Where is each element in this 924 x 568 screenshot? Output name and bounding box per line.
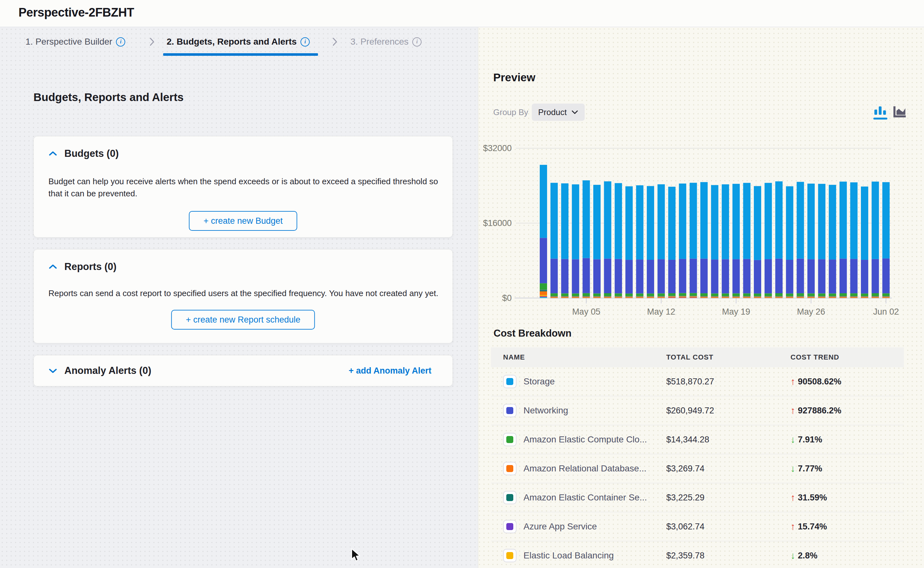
bar-segment[interactable] — [593, 296, 601, 296]
bar-segment[interactable] — [765, 259, 772, 293]
bar-segment[interactable] — [722, 293, 729, 296]
bar-segment[interactable] — [733, 184, 740, 259]
bar-segment[interactable] — [550, 183, 558, 259]
bar-segment[interactable] — [561, 296, 568, 296]
product-name[interactable]: Elastic Load Balancing — [523, 550, 613, 560]
bar-segment[interactable] — [582, 180, 590, 258]
bar-segment[interactable] — [818, 298, 826, 298]
tab-perspective-builder[interactable]: 1. Perspective Builder i — [26, 27, 125, 56]
bar-segment[interactable] — [722, 259, 729, 293]
bar-segment[interactable] — [711, 260, 719, 293]
bar-segment[interactable] — [700, 297, 708, 298]
bar-segment[interactable] — [786, 297, 793, 298]
bar-segment[interactable] — [636, 296, 643, 296]
bar-segment[interactable] — [733, 293, 740, 296]
bar-segment[interactable] — [582, 293, 590, 296]
bar-segment[interactable] — [615, 293, 622, 296]
bar-segment[interactable] — [679, 293, 686, 296]
cost-table-row[interactable]: Amazon Relational Database...$3,269.74↓7… — [491, 454, 904, 483]
bar-segment[interactable] — [561, 183, 568, 259]
create-report-schedule-button[interactable]: + create new Report schedule — [171, 310, 315, 329]
create-budget-button[interactable]: + create new Budget — [189, 211, 297, 231]
product-name[interactable]: Amazon Elastic Compute Clo... — [523, 434, 647, 445]
bar-segment[interactable] — [689, 293, 697, 296]
cost-table-row[interactable]: Networking$260,949.72↑927886.2% — [491, 396, 904, 425]
bar-segment[interactable] — [582, 296, 590, 296]
bar-segment[interactable] — [818, 259, 826, 293]
bar-segment[interactable] — [615, 183, 622, 259]
bar-segment[interactable] — [582, 298, 590, 298]
bar-segment[interactable] — [765, 296, 772, 297]
bar-segment[interactable] — [689, 296, 697, 296]
budgets-section-title[interactable]: Budgets (0) — [64, 148, 119, 159]
cost-table-row[interactable]: Storage$518,870.27↑90508.62% — [491, 367, 904, 396]
bar-segment[interactable] — [615, 259, 622, 293]
bar-segment[interactable] — [754, 260, 761, 293]
bar-segment[interactable] — [668, 296, 675, 296]
anomaly-alerts-section-title[interactable]: Anomaly Alerts (0) — [64, 365, 151, 376]
bar-segment[interactable] — [593, 259, 601, 293]
bar-segment[interactable] — [850, 297, 858, 298]
bar-segment[interactable] — [872, 296, 879, 296]
bar-segment[interactable] — [626, 186, 633, 260]
bar-segment[interactable] — [829, 297, 836, 298]
bar-segment[interactable] — [572, 296, 579, 297]
bar-segment[interactable] — [689, 258, 697, 293]
bar-segment[interactable] — [700, 296, 708, 297]
bar-segment[interactable] — [540, 165, 547, 238]
bar-segment[interactable] — [882, 293, 889, 296]
product-name[interactable]: Storage — [523, 376, 555, 387]
bar-segment[interactable] — [754, 296, 761, 297]
bar-segment[interactable] — [582, 296, 590, 297]
bar-segment[interactable] — [679, 296, 686, 297]
bar-segment[interactable] — [754, 186, 761, 260]
bar-segment[interactable] — [775, 258, 782, 293]
bar-segment[interactable] — [550, 293, 558, 296]
bar-segment[interactable] — [540, 297, 547, 298]
bar-segment[interactable] — [765, 183, 772, 259]
product-name[interactable]: Amazon Elastic Container Se... — [523, 492, 647, 503]
bar-segment[interactable] — [711, 298, 719, 298]
bar-segment[interactable] — [872, 297, 879, 298]
bar-segment[interactable] — [754, 296, 761, 297]
bar-segment[interactable] — [861, 293, 868, 296]
bar-segment[interactable] — [840, 293, 847, 296]
bar-segment[interactable] — [658, 296, 665, 296]
bar-segment[interactable] — [840, 258, 847, 293]
bar-segment[interactable] — [647, 296, 654, 297]
bar-segment[interactable] — [561, 298, 568, 298]
bar-segment[interactable] — [797, 182, 804, 259]
bar-segment[interactable] — [604, 296, 612, 297]
group-by-select[interactable]: Product — [532, 104, 585, 121]
bar-segment[interactable] — [572, 296, 579, 296]
chevron-up-icon[interactable] — [48, 150, 57, 157]
bar-segment[interactable] — [572, 293, 579, 296]
bar-segment[interactable] — [604, 293, 612, 296]
bar-segment[interactable] — [582, 297, 590, 298]
bar-segment[interactable] — [540, 292, 547, 295]
bar-segment[interactable] — [807, 298, 815, 298]
bar-segment[interactable] — [882, 298, 889, 298]
bar-segment[interactable] — [615, 296, 622, 296]
bar-segment[interactable] — [689, 297, 697, 298]
add-anomaly-alert-link[interactable]: + add Anomaly Alert — [348, 366, 431, 376]
bar-segment[interactable] — [668, 297, 675, 298]
bar-segment[interactable] — [593, 185, 601, 260]
bar-segment[interactable] — [540, 238, 547, 283]
bar-segment[interactable] — [797, 258, 804, 293]
bar-segment[interactable] — [647, 186, 654, 260]
bar-segment[interactable] — [882, 258, 889, 293]
bar-segment[interactable] — [850, 298, 858, 298]
bar-segment[interactable] — [658, 297, 665, 298]
area-chart-toggle[interactable] — [893, 106, 907, 118]
bar-segment[interactable] — [786, 186, 793, 260]
bar-segment[interactable] — [754, 293, 761, 296]
bar-segment[interactable] — [636, 298, 643, 298]
bar-segment[interactable] — [818, 184, 826, 259]
bar-segment[interactable] — [807, 293, 815, 296]
bar-segment[interactable] — [818, 296, 826, 297]
chevron-down-icon[interactable] — [48, 367, 57, 374]
cost-table-row[interactable]: Elastic Load Balancing$2,359.78↓2.8% — [491, 541, 904, 568]
bar-segment[interactable] — [861, 298, 868, 298]
bar-segment[interactable] — [679, 184, 686, 259]
